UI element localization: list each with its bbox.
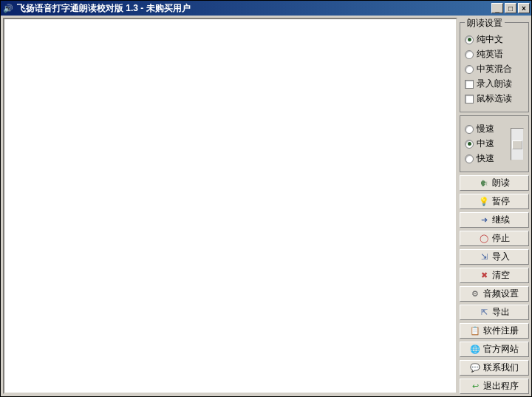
minimize-button[interactable]: _	[491, 3, 503, 13]
radio-chinese[interactable]: 纯中文	[465, 33, 524, 46]
button-label: 官方网站	[483, 343, 519, 356]
button-label: 导入	[492, 251, 510, 263]
radio-english[interactable]: 纯英语	[465, 48, 524, 61]
export-icon: ⇱	[479, 308, 489, 318]
globe-icon: 🌐	[470, 345, 480, 355]
button-label: 继续	[492, 214, 510, 226]
checkbox-label: 录入朗读	[477, 78, 512, 90]
radio-label: 快速	[477, 152, 494, 165]
resume-icon: ➜	[479, 215, 489, 225]
button-label: 暂停	[492, 195, 510, 208]
button-label: 导出	[492, 306, 510, 319]
speed-slider[interactable]	[511, 128, 524, 160]
speed-options: 慢速 中速 快速	[465, 121, 508, 167]
radio-label: 纯英语	[477, 48, 503, 61]
radio-label: 纯中文	[477, 33, 503, 46]
speed-group: 慢速 中速 快速	[460, 115, 529, 172]
radio-label: 中英混合	[477, 63, 512, 75]
button-label: 朗读	[492, 177, 510, 189]
titlebar: 🔊 飞扬语音打字通朗读校对版 1.3 - 未购买用户 _ □ ×	[1, 1, 531, 16]
client-area: 朗读设置 纯中文 纯英语 中英混合 录入朗读	[1, 16, 531, 396]
close-button[interactable]: ×	[518, 3, 530, 13]
radio-fast[interactable]: 快速	[465, 152, 508, 165]
checkbox-label: 鼠标选读	[477, 92, 512, 105]
contact-icon: 💬	[470, 363, 480, 373]
checkbox-mouse-select[interactable]: 鼠标选读	[465, 92, 524, 105]
clear-icon: ✖	[479, 271, 489, 281]
app-icon: 🔊	[2, 2, 14, 14]
exit-icon: ↩	[470, 381, 480, 392]
checkbox-icon	[465, 95, 474, 104]
reading-settings-label: 朗读设置	[465, 17, 505, 30]
import-button[interactable]: ⇲ 导入	[460, 249, 529, 265]
side-panel: 朗读设置 纯中文 纯英语 中英混合 录入朗读	[460, 18, 529, 394]
radio-icon	[465, 140, 474, 149]
exit-button[interactable]: ↩ 退出程序	[460, 379, 529, 394]
button-label: 退出程序	[483, 380, 519, 393]
maximize-button[interactable]: □	[505, 3, 516, 13]
reading-settings-group: 朗读设置 纯中文 纯英语 中英混合 录入朗读	[460, 22, 529, 112]
radio-mixed[interactable]: 中英混合	[465, 63, 524, 75]
pause-icon: 💡	[479, 197, 489, 207]
button-label: 软件注册	[483, 325, 519, 337]
website-button[interactable]: 🌐 官方网站	[460, 342, 529, 357]
radio-label: 中速	[477, 138, 494, 150]
import-icon: ⇲	[479, 252, 489, 262]
radio-label: 慢速	[477, 123, 494, 135]
read-button[interactable]: 🗣 朗读	[460, 175, 529, 191]
stop-icon: ◯	[479, 234, 489, 244]
audio-icon: ⚙	[470, 289, 480, 299]
register-icon: 📋	[470, 326, 480, 336]
radio-slow[interactable]: 慢速	[465, 123, 508, 135]
button-label: 清空	[492, 269, 510, 282]
pause-button[interactable]: 💡 暂停	[460, 194, 529, 209]
radio-icon	[465, 125, 474, 134]
radio-icon	[465, 35, 474, 44]
window-title: 飞扬语音打字通朗读校对版 1.3 - 未购买用户	[17, 2, 491, 15]
radio-icon	[465, 50, 474, 59]
clear-button[interactable]: ✖ 清空	[460, 268, 529, 283]
app-window: 🔊 飞扬语音打字通朗读校对版 1.3 - 未购买用户 _ □ × 朗读设置 纯中…	[0, 0, 532, 397]
button-label: 停止	[492, 232, 510, 245]
checkbox-typing-read[interactable]: 录入朗读	[465, 78, 524, 90]
text-editor[interactable]	[3, 18, 457, 394]
button-label: 联系我们	[483, 362, 519, 374]
audio-settings-button[interactable]: ⚙ 音频设置	[460, 286, 529, 302]
window-controls: _ □ ×	[491, 3, 530, 13]
resume-button[interactable]: ➜ 继续	[460, 212, 529, 228]
radio-icon	[465, 155, 474, 163]
stop-button[interactable]: ◯ 停止	[460, 231, 529, 246]
register-button[interactable]: 📋 软件注册	[460, 323, 529, 339]
radio-medium[interactable]: 中速	[465, 138, 508, 150]
contact-button[interactable]: 💬 联系我们	[460, 360, 529, 376]
checkbox-icon	[465, 80, 474, 89]
export-button[interactable]: ⇱ 导出	[460, 305, 529, 320]
radio-icon	[465, 65, 474, 74]
button-label: 音频设置	[483, 288, 519, 300]
speak-icon: 🗣	[479, 178, 489, 189]
